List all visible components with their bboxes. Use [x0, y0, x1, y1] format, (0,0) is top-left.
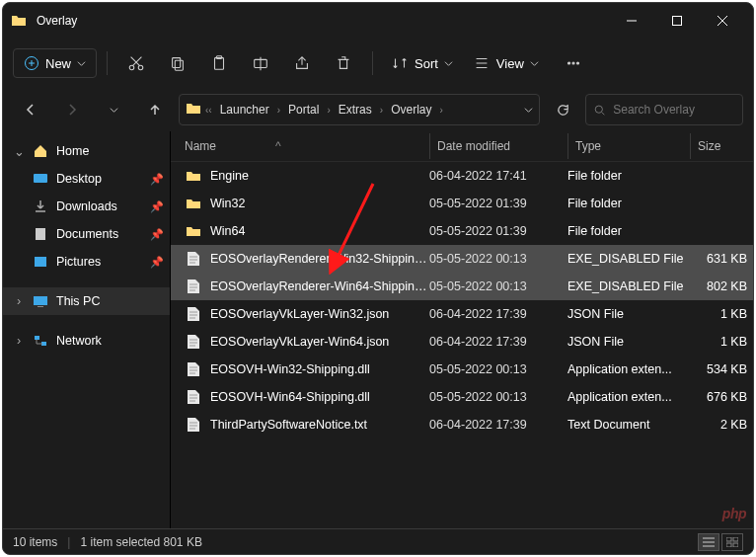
sidebar-item-downloads[interactable]: Downloads 📌: [3, 193, 170, 220]
file-row[interactable]: EOSOverlayRenderer-Win32-Shipping.ex...0…: [171, 245, 753, 273]
view-menu[interactable]: View: [465, 48, 547, 78]
chevron-right-icon[interactable]: ›: [13, 334, 25, 348]
svg-rect-0: [673, 17, 682, 26]
pictures-icon: [33, 254, 48, 270]
folder-icon: [186, 101, 201, 119]
thumbnails-view-button[interactable]: [721, 533, 743, 551]
search-box[interactable]: [585, 94, 743, 125]
chevron-right-icon: ›: [275, 105, 282, 116]
svg-rect-20: [726, 537, 731, 541]
file-type: EXE_DISABLED File: [567, 279, 690, 293]
file-size: 676 KB: [690, 390, 753, 404]
sidebar-item-home[interactable]: ⌄ Home: [3, 137, 170, 165]
chevron-right-icon[interactable]: ›: [13, 294, 25, 308]
navigation-pane[interactable]: ⌄ Home Desktop 📌 Downloads 📌 Documents 📌: [3, 131, 171, 528]
watermark: php: [722, 506, 746, 521]
share-button[interactable]: [283, 45, 321, 81]
column-date[interactable]: Date modified: [437, 139, 510, 153]
address-bar: ‹‹ Launcher › Portal › Extras › Overlay …: [3, 88, 753, 131]
copy-button[interactable]: [159, 45, 196, 81]
sidebar-item-thispc[interactable]: › This PC: [3, 287, 170, 315]
svg-point-3: [138, 65, 143, 70]
explorer-body: ⌄ Home Desktop 📌 Downloads 📌 Documents 📌: [3, 131, 753, 528]
breadcrumb-item[interactable]: Extras: [335, 99, 376, 120]
file-date: 05-05-2022 00:13: [429, 362, 567, 376]
file-type: File folder: [567, 169, 690, 183]
file-name: EOSOverlayRenderer-Win32-Shipping.ex...: [210, 252, 429, 266]
trash-icon: [335, 54, 352, 72]
share-icon: [293, 54, 311, 72]
file-date: 06-04-2022 17:39: [429, 307, 567, 321]
svg-rect-17: [38, 306, 43, 307]
selection-info: 1 item selected 801 KB: [80, 535, 201, 549]
sidebar-label: Network: [56, 334, 102, 348]
file-row[interactable]: EOSOverlayVkLayer-Win32.json06-04-2022 1…: [171, 300, 753, 328]
sort-menu[interactable]: Sort: [383, 48, 461, 78]
file-row[interactable]: EOSOverlayRenderer-Win64-Shipping.ex...0…: [171, 273, 753, 300]
search-icon: [594, 104, 605, 117]
pin-icon: 📌: [150, 200, 164, 213]
column-name[interactable]: Name: [185, 139, 216, 153]
up-button[interactable]: [137, 94, 173, 125]
file-type: EXE_DISABLED File: [567, 252, 690, 266]
cut-button[interactable]: [117, 45, 155, 81]
chevron-down-icon[interactable]: ⌄: [13, 144, 25, 159]
file-pane: Name^ Date modified Type Size Engine06-0…: [171, 131, 753, 528]
forward-button[interactable]: [54, 94, 90, 125]
sidebar-item-network[interactable]: › Network: [3, 327, 170, 355]
chevron-left-icon[interactable]: ‹‹: [203, 105, 214, 116]
sidebar-label: Desktop: [56, 172, 102, 186]
ellipsis-icon: [565, 54, 582, 72]
chevron-right-icon: ›: [378, 105, 385, 116]
new-button[interactable]: New: [13, 48, 97, 78]
file-icon: [185, 278, 202, 295]
file-icon: [185, 250, 202, 268]
column-type[interactable]: Type: [575, 139, 601, 153]
file-name: EOSOverlayVkLayer-Win32.json: [210, 307, 429, 321]
sidebar-label: Home: [56, 144, 89, 158]
svg-point-9: [567, 62, 569, 64]
file-row[interactable]: ThirdPartySoftwareNotice.txt06-04-2022 1…: [171, 411, 753, 438]
svg-point-10: [572, 62, 574, 64]
column-headers[interactable]: Name^ Date modified Type Size: [171, 131, 753, 162]
file-row[interactable]: EOSOVH-Win64-Shipping.dll05-05-2022 00:1…: [171, 383, 753, 411]
paste-button[interactable]: [200, 45, 238, 81]
file-row[interactable]: Engine06-04-2022 17:41File folder: [171, 162, 753, 190]
maximize-button[interactable]: [654, 5, 700, 37]
sidebar-item-desktop[interactable]: Desktop 📌: [3, 165, 170, 193]
file-date: 06-04-2022 17:41: [429, 169, 567, 183]
minimize-button[interactable]: [609, 5, 654, 37]
chevron-down-icon[interactable]: [524, 106, 533, 115]
column-size[interactable]: Size: [698, 139, 720, 153]
svg-rect-5: [175, 60, 183, 70]
sidebar-item-pictures[interactable]: Pictures 📌: [3, 248, 170, 276]
chevron-right-icon: ›: [437, 105, 444, 116]
rename-button[interactable]: [242, 45, 279, 81]
scissors-icon: [127, 54, 145, 72]
recent-dropdown[interactable]: [96, 94, 131, 125]
sort-icon: [391, 54, 409, 72]
file-row[interactable]: Win6405-05-2022 01:39File folder: [171, 217, 753, 245]
breadcrumb-bar[interactable]: ‹‹ Launcher › Portal › Extras › Overlay …: [179, 94, 540, 125]
toolbar: New Sort View: [3, 39, 753, 88]
delete-button[interactable]: [325, 45, 362, 81]
details-view-button[interactable]: [698, 533, 719, 551]
item-count: 10 items: [13, 535, 57, 549]
file-type: File folder: [567, 224, 690, 238]
file-row[interactable]: Win3205-05-2022 01:39File folder: [171, 190, 753, 217]
breadcrumb-item[interactable]: Portal: [284, 99, 323, 120]
title-bar[interactable]: Overlay: [3, 3, 753, 39]
more-button[interactable]: [555, 45, 592, 81]
file-size: 2 KB: [690, 418, 753, 432]
refresh-button[interactable]: [546, 94, 579, 125]
breadcrumb-item[interactable]: Overlay: [387, 99, 435, 120]
file-row[interactable]: EOSOverlayVkLayer-Win64.json06-04-2022 1…: [171, 328, 753, 356]
svg-point-2: [129, 65, 134, 70]
back-button[interactable]: [13, 94, 48, 125]
file-row[interactable]: EOSOVH-Win32-Shipping.dll05-05-2022 00:1…: [171, 356, 753, 383]
search-input[interactable]: [613, 103, 734, 117]
file-list[interactable]: Engine06-04-2022 17:41File folderWin3205…: [171, 162, 753, 528]
sidebar-item-documents[interactable]: Documents 📌: [3, 220, 170, 248]
breadcrumb-item[interactable]: Launcher: [216, 99, 273, 120]
close-button[interactable]: [700, 5, 745, 37]
